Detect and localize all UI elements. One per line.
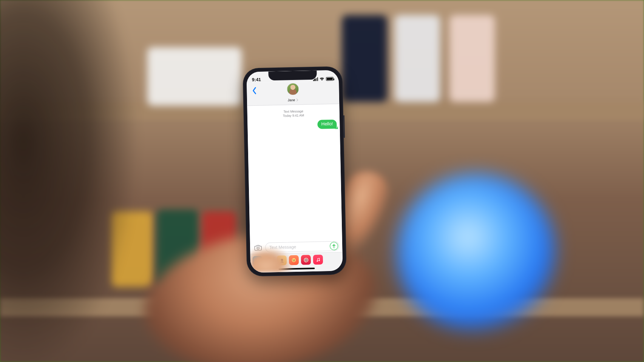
- wifi-icon: [320, 77, 324, 81]
- svg-point-6: [304, 259, 307, 261]
- camera-button[interactable]: [253, 243, 263, 253]
- svg-point-1: [281, 259, 283, 261]
- status-time: 9:41: [252, 77, 261, 83]
- memoji-app-icon[interactable]: [277, 255, 287, 265]
- arrow-up-icon: [332, 244, 336, 248]
- thread-meta-time: 9:41 AM: [292, 113, 304, 117]
- camera-icon: [254, 245, 262, 251]
- iphone-screen: 9:41 Jane: [246, 70, 343, 273]
- message-bubble[interactable]: Hello!: [317, 120, 337, 129]
- stickers-app-icon[interactable]: [289, 255, 299, 265]
- thread-timestamp: Text Message Today 9:41 AM: [250, 109, 337, 119]
- imessage-app-strip[interactable]: [250, 252, 343, 266]
- notch: [268, 71, 317, 81]
- svg-point-0: [257, 247, 259, 249]
- message-thread[interactable]: Text Message Today 9:41 AM Hello!: [247, 104, 342, 240]
- iphone-device-frame: 9:41 Jane: [242, 66, 347, 276]
- photos-app-icon[interactable]: [265, 256, 275, 266]
- fitness-app-icon[interactable]: [301, 255, 311, 265]
- conversation-header: Jane: [247, 81, 339, 106]
- contact-name-button[interactable]: Jane: [288, 98, 299, 102]
- chevron-left-icon: [252, 87, 256, 94]
- compose-bar: Text Message: [250, 239, 343, 254]
- thread-meta-day: Today: [283, 114, 292, 117]
- battery-icon: [326, 77, 334, 81]
- send-button[interactable]: [330, 242, 338, 250]
- back-button[interactable]: [249, 85, 260, 96]
- app-store-icon[interactable]: [253, 256, 263, 266]
- chevron-right-icon: [296, 99, 298, 102]
- message-input[interactable]: Text Message: [265, 241, 340, 253]
- svg-point-2: [292, 258, 296, 262]
- message-input-placeholder: Text Message: [269, 245, 296, 250]
- message-text: Hello!: [321, 121, 333, 127]
- svg-point-7: [305, 259, 306, 260]
- contact-avatar[interactable]: [287, 83, 299, 96]
- message-row-outgoing: Hello!: [250, 120, 337, 131]
- contact-name: Jane: [288, 98, 295, 102]
- apple-music-app-icon[interactable]: [313, 254, 323, 265]
